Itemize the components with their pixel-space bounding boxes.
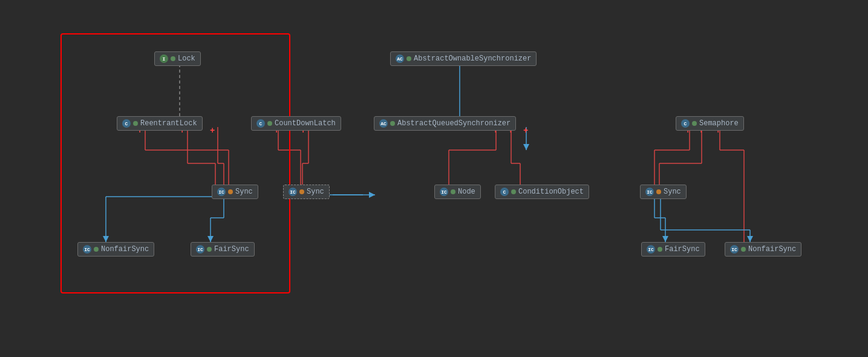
node-fairsync-s[interactable]: IC FairSync [641,242,705,257]
sync-cdl-dot [299,189,304,194]
node-aqs-icon: IC [440,188,448,196]
node-aqs-label: Node [458,188,475,196]
sync-cdl-icon: IC [289,188,297,196]
node-nonfairsync-rl[interactable]: IC NonfairSync [77,242,154,257]
lock-dot [171,56,175,61]
node-conditionobject[interactable]: C ConditionObject [495,185,589,199]
nonfairsync-s-label: NonfairSync [748,245,796,254]
sync-s-label: Sync [664,188,681,196]
svg-marker-33 [523,144,529,150]
nonfairsync-rl-dot [94,247,99,252]
node-countdownlatch[interactable]: C CountDownLatch [251,116,341,131]
countdownlatch-label: CountDownLatch [275,119,336,128]
fairsync-s-dot [658,247,662,252]
node-abstractqueued[interactable]: AC AbstractQueuedSynchronizer [374,116,516,131]
nonfairsync-s-icon: IC [730,245,739,254]
conditionobject-dot [511,189,516,194]
plus-aqs-3[interactable]: + [523,126,528,136]
semaphore-label: Semaphore [699,119,739,128]
node-sync-cdl[interactable]: IC Sync [283,185,330,199]
node-sync-s[interactable]: IC Sync [640,185,687,199]
abstractqueued-dot [390,121,395,126]
node-aqs-dot [451,189,455,194]
svg-marker-19 [207,236,214,242]
sync-rl-label: Sync [235,188,253,196]
sync-rl-dot [228,189,233,194]
lock-icon: I [160,54,168,63]
diagram-container: I Lock + + + C ReentrantLock + + C Count… [0,0,868,357]
nonfairsync-rl-label: NonfairSync [101,245,149,254]
lock-label: Lock [178,54,195,63]
node-fairsync-rl[interactable]: IC FairSync [191,242,255,257]
abstractownable-dot [406,56,411,61]
sync-rl-icon: IC [217,188,226,196]
fairsync-rl-icon: IC [196,245,204,254]
node-abstractownable[interactable]: AC AbstractOwnableSynchronizer [390,51,537,66]
countdownlatch-icon: C [256,119,265,128]
svg-marker-49 [662,236,668,242]
abstractownable-icon: AC [396,54,404,63]
reentrantlock-label: ReentrantLock [140,119,197,128]
reentrantlock-dot [133,121,138,126]
node-semaphore[interactable]: C Semaphore [676,116,744,131]
sync-s-dot [656,189,661,194]
svg-marker-35 [369,192,375,198]
semaphore-dot [692,121,697,126]
nonfairsync-s-dot [741,247,746,252]
conditionobject-icon: C [500,188,509,196]
fairsync-rl-dot [207,247,212,252]
sync-cdl-label: Sync [307,188,324,196]
nonfairsync-rl-icon: IC [83,245,91,254]
node-lock[interactable]: I Lock [154,51,201,66]
abstractqueued-label: AbstractQueuedSynchronizer [397,119,511,128]
fairsync-s-label: FairSync [665,245,700,254]
reentrantlock-icon: C [122,119,131,128]
node-nonfairsync-s[interactable]: IC NonfairSync [725,242,801,257]
abstractownable-label: AbstractOwnableSynchronizer [414,54,531,63]
countdownlatch-dot [267,121,272,126]
svg-marker-15 [103,236,109,242]
fairsync-s-icon: IC [647,245,655,254]
plus-reentrant-3[interactable]: + [210,126,215,136]
fairsync-rl-label: FairSync [214,245,249,254]
node-node-aqs[interactable]: IC Node [434,185,481,199]
conditionobject-label: ConditionObject [518,188,584,196]
node-reentrantlock[interactable]: C ReentrantLock [117,116,203,131]
node-sync-rl[interactable]: IC Sync [212,185,258,199]
abstractqueued-icon: AC [379,119,388,128]
semaphore-icon: C [681,119,690,128]
sync-s-icon: IC [645,188,654,196]
svg-marker-53 [747,236,753,242]
